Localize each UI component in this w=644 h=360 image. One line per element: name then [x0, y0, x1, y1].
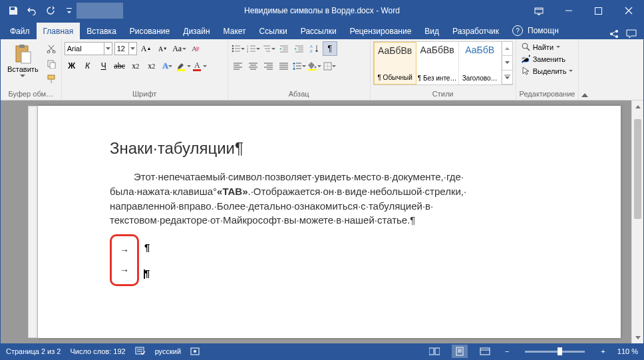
highlight-button[interactable]: [176, 59, 191, 73]
shading-button[interactable]: [307, 59, 322, 73]
show-hide-button[interactable]: ¶: [323, 41, 337, 56]
zoom-out-button[interactable]: −: [502, 347, 512, 355]
subscript-button[interactable]: x2: [128, 59, 143, 73]
svg-rect-34: [435, 348, 440, 355]
bullets-button[interactable]: [231, 41, 245, 56]
spell-check-icon[interactable]: [135, 347, 146, 356]
paste-button[interactable]: Вставить: [3, 41, 43, 80]
language-indicator[interactable]: русский: [155, 347, 181, 355]
tab-draw[interactable]: Рисование: [123, 23, 176, 39]
clear-formatting-button[interactable]: A: [189, 41, 204, 56]
undo-icon[interactable]: [25, 3, 39, 18]
gallery-up-icon[interactable]: [502, 42, 512, 56]
group-clipboard: Вставить Буфер обм…: [1, 39, 62, 100]
tab-developer[interactable]: Разработчик: [446, 23, 506, 39]
superscript-button[interactable]: x2: [144, 59, 159, 73]
find-button[interactable]: Найти: [519, 41, 563, 53]
redo-icon[interactable]: [43, 3, 58, 18]
tab-mailings[interactable]: Рассылки: [294, 23, 343, 39]
numbering-button[interactable]: 123: [246, 41, 261, 56]
gallery-more-icon[interactable]: [502, 71, 512, 85]
vertical-ruler[interactable]: [28, 106, 38, 338]
scroll-up-icon[interactable]: [632, 100, 643, 112]
minimize-icon[interactable]: [554, 1, 583, 21]
quick-access-toolbar: [1, 3, 77, 18]
style-heading1[interactable]: АаБбВЗаголово…: [459, 42, 502, 85]
maximize-icon[interactable]: [583, 1, 613, 21]
svg-point-17: [232, 45, 234, 47]
collapse-ribbon-icon[interactable]: [578, 39, 590, 100]
align-center-button[interactable]: [246, 59, 261, 73]
zoom-thumb[interactable]: [558, 347, 562, 355]
copy-button[interactable]: [44, 57, 59, 71]
chevron-down-icon[interactable]: [104, 42, 112, 55]
cut-button[interactable]: [44, 41, 59, 56]
change-case-button[interactable]: Aa: [172, 41, 187, 56]
gallery-down-icon[interactable]: [502, 56, 512, 70]
styles-gallery: АаБбВв¶ Обычный АаБбВв¶ Без инте… АаБбВЗ…: [373, 41, 513, 85]
bold-button[interactable]: Ж: [65, 59, 79, 73]
svg-rect-35: [456, 347, 463, 355]
sort-button[interactable]: AZ: [307, 41, 322, 56]
svg-rect-0: [535, 8, 543, 13]
ribbon-options-icon[interactable]: [524, 1, 554, 21]
tab-design[interactable]: Дизайн: [176, 23, 216, 39]
pilcrow-mark: ¶|: [144, 268, 150, 279]
qat-more-icon[interactable]: [62, 3, 77, 18]
share-icon[interactable]: [609, 29, 619, 39]
comments-icon[interactable]: [626, 29, 637, 39]
zoom-in-button[interactable]: +: [598, 347, 607, 355]
select-button[interactable]: Выделить: [519, 65, 576, 77]
multilevel-list-button[interactable]: [261, 41, 276, 56]
strikethrough-button[interactable]: abc: [112, 59, 127, 73]
tab-marks-highlight: → →: [110, 234, 139, 286]
statusbar: Страница 2 из 2 Число слов: 192 русский …: [1, 343, 643, 359]
style-normal[interactable]: АаБбВв¶ Обычный: [374, 42, 416, 85]
tab-home[interactable]: Главная: [37, 23, 80, 39]
svg-rect-1: [595, 7, 602, 14]
group-font-label: Шрифт: [65, 89, 225, 100]
close-icon[interactable]: [613, 1, 643, 21]
print-layout-icon[interactable]: [452, 345, 468, 358]
tell-me[interactable]: ?Помощн: [506, 21, 565, 39]
macro-icon[interactable]: [190, 347, 200, 356]
italic-button[interactable]: К: [80, 59, 95, 73]
grow-font-button[interactable]: A▲: [139, 41, 154, 56]
read-mode-icon[interactable]: [426, 345, 442, 358]
increase-indent-button[interactable]: [292, 41, 307, 56]
line-spacing-button[interactable]: [292, 59, 307, 73]
font-color-button[interactable]: A: [192, 59, 207, 73]
justify-button[interactable]: [277, 59, 291, 73]
tab-view[interactable]: Вид: [418, 23, 446, 39]
tab-review[interactable]: Рецензирование: [343, 23, 418, 39]
search-icon: [522, 43, 530, 51]
scroll-track[interactable]: [632, 112, 643, 331]
web-layout-icon[interactable]: [477, 345, 493, 358]
borders-button[interactable]: [323, 59, 337, 73]
decrease-indent-button[interactable]: [277, 41, 291, 56]
page-indicator[interactable]: Страница 2 из 2: [6, 347, 61, 355]
scroll-thumb[interactable]: [634, 119, 641, 219]
vertical-scrollbar[interactable]: [631, 100, 643, 343]
text-effects-button[interactable]: A: [160, 59, 175, 73]
user-account[interactable]: [77, 3, 123, 19]
scroll-down-icon[interactable]: [632, 331, 643, 343]
replace-button[interactable]: abЗаменить: [519, 53, 568, 65]
body-paragraph: Этот·непечатаемый·символ·позволяет·увиде…: [110, 170, 581, 228]
zoom-level[interactable]: 110 %: [617, 347, 638, 355]
tab-references[interactable]: Ссылки: [253, 23, 294, 39]
underline-button[interactable]: Ч: [96, 59, 111, 73]
chevron-down-icon[interactable]: [128, 42, 137, 55]
style-no-spacing[interactable]: АаБбВв¶ Без инте…: [416, 42, 459, 85]
align-right-button[interactable]: [261, 59, 276, 73]
zoom-slider[interactable]: [525, 351, 585, 353]
tab-layout[interactable]: Макет: [217, 23, 253, 39]
save-icon[interactable]: [6, 3, 21, 18]
word-count[interactable]: Число слов: 192: [70, 347, 125, 355]
format-painter-button[interactable]: [44, 72, 59, 87]
page[interactable]: Знаки·табуляции¶ Этот·непечатаемый·симво…: [38, 106, 621, 338]
tab-insert[interactable]: Вставка: [80, 23, 123, 39]
tab-file[interactable]: Файл: [3, 23, 37, 39]
align-left-button[interactable]: [231, 59, 245, 73]
shrink-font-button[interactable]: A▼: [156, 41, 170, 56]
